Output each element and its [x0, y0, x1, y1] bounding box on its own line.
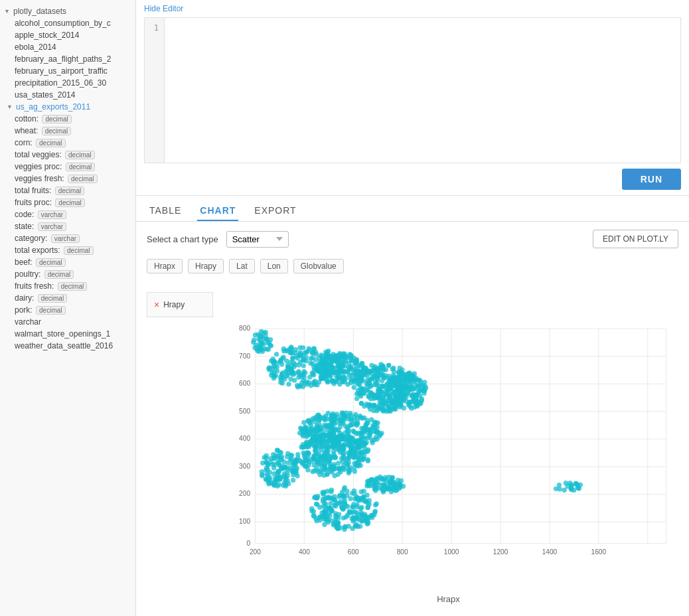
svg-point-1284	[302, 454, 307, 459]
sidebar-item-usa-states[interactable]: usa_states_2014	[0, 89, 135, 101]
svg-point-1277	[353, 451, 358, 455]
svg-point-1544	[354, 510, 359, 515]
svg-text:300: 300	[239, 463, 250, 470]
code-input[interactable]	[165, 18, 680, 163]
sidebar-item-us-ag[interactable]: ▼ us_ag_exports_2011	[0, 101, 135, 113]
svg-point-1883	[341, 352, 346, 357]
svg-point-1855	[347, 366, 352, 371]
sidebar-item-ebola[interactable]: ebola_2014	[0, 41, 135, 53]
sidebar-link-walmart[interactable]: walmart_store_openings_1	[15, 329, 110, 339]
svg-point-1887	[352, 356, 356, 360]
svg-point-1264	[341, 448, 345, 453]
sidebar-link-usa-states[interactable]: usa_states_2014	[15, 90, 75, 100]
svg-point-1072	[336, 461, 341, 465]
sidebar-item-feb-aa[interactable]: february_aa_flight_paths_2	[0, 53, 135, 65]
svg-point-1596	[348, 510, 353, 514]
svg-point-1393	[268, 470, 272, 475]
svg-point-936	[348, 423, 353, 427]
svg-point-829	[301, 420, 306, 425]
svg-point-1361	[260, 473, 264, 478]
run-button[interactable]: RUN	[622, 169, 681, 190]
svg-point-1388	[275, 484, 279, 489]
svg-point-963	[362, 427, 367, 432]
sidebar-item-apple[interactable]: apple_stock_2014	[0, 29, 135, 41]
tab-export[interactable]: EXPORT	[252, 201, 299, 221]
svg-point-654	[390, 384, 394, 389]
svg-point-1234	[344, 457, 348, 462]
sidebar-link-alcohol[interactable]: alcohol_consumption_by_c	[15, 19, 111, 28]
svg-point-1399	[276, 454, 281, 459]
svg-point-1825	[315, 366, 319, 371]
svg-point-526	[378, 388, 382, 393]
sidebar-link-feb-us[interactable]: february_us_airport_traffic	[15, 66, 108, 76]
sidebar-item-feb-us[interactable]: february_us_airport_traffic	[0, 65, 135, 77]
svg-point-539	[375, 377, 380, 382]
svg-point-1659	[380, 487, 384, 492]
svg-point-535	[372, 403, 376, 408]
svg-point-1582	[352, 491, 357, 496]
field-tag-lon[interactable]: Lon	[260, 259, 288, 273]
svg-point-523	[378, 394, 382, 398]
svg-point-1254	[342, 467, 346, 472]
svg-point-217	[267, 365, 271, 370]
chart-area: × Hrapy	[136, 280, 689, 616]
svg-point-1600	[341, 494, 346, 499]
svg-point-1584	[370, 512, 374, 517]
svg-point-554	[362, 404, 366, 408]
sidebar-child-poultry: poultry: decimal	[0, 268, 135, 280]
svg-point-1884	[335, 360, 340, 365]
sidebar-item-walmart[interactable]: walmart_store_openings_1	[0, 328, 135, 340]
scatter-plot: 0 100 200 300 400 500 600 700 800 200 40…	[218, 285, 678, 593]
sidebar-item-varchar[interactable]: varchar	[0, 316, 135, 328]
svg-point-1339	[281, 483, 285, 487]
svg-point-244	[301, 378, 305, 382]
sidebar-link-apple[interactable]: apple_stock_2014	[15, 31, 79, 40]
svg-text:1200: 1200	[493, 548, 508, 556]
sidebar-item-weather[interactable]: weather_data_seattle_2016	[0, 340, 135, 352]
field-tag-globvalue[interactable]: Globvalue	[293, 259, 344, 273]
svg-point-75	[259, 329, 264, 334]
chart-type-select[interactable]: Scatter Line Bar Histogram Box	[226, 231, 289, 248]
field-tag-hrapx[interactable]: Hrapx	[147, 259, 183, 273]
svg-point-1674	[377, 482, 382, 487]
svg-point-1274	[311, 455, 316, 460]
sidebar-root-plotly-datasets[interactable]: ▼ plotly_datasets	[0, 5, 135, 17]
svg-point-1592	[322, 501, 327, 505]
svg-point-1683	[375, 477, 380, 481]
field-tag-hrapy[interactable]: Hrapy	[188, 259, 224, 273]
sidebar-root-label: plotly_datasets	[13, 7, 66, 16]
svg-point-1605	[336, 501, 341, 506]
sidebar-link-weather[interactable]: weather_data_seattle_2016	[15, 341, 113, 350]
svg-point-917	[317, 422, 321, 427]
svg-point-1285	[357, 457, 362, 461]
sidebar-link-precip[interactable]: precipitation_2015_06_30	[15, 78, 106, 88]
svg-point-695	[391, 400, 396, 404]
svg-point-1872	[323, 360, 327, 364]
svg-point-1403	[278, 474, 283, 479]
svg-point-1516	[326, 520, 331, 524]
svg-point-994	[301, 429, 306, 434]
svg-point-1282	[346, 451, 350, 455]
svg-point-515	[358, 386, 362, 390]
sidebar-link-varchar[interactable]: varchar	[15, 317, 41, 327]
scatter-container: 0 100 200 300 400 500 600 700 800 200 40…	[218, 285, 678, 605]
svg-point-1886	[329, 354, 334, 358]
hide-editor-link[interactable]: Hide Editor	[144, 4, 183, 13]
svg-point-1401	[271, 465, 276, 470]
svg-point-1881	[334, 379, 339, 384]
sidebar-link-ebola[interactable]: ebola_2014	[15, 42, 56, 52]
svg-point-1366	[264, 465, 269, 470]
svg-point-1445	[361, 489, 366, 493]
svg-point-1601	[327, 496, 331, 501]
sidebar-item-alcohol[interactable]: alcohol_consumption_by_c	[0, 17, 135, 29]
svg-point-1890	[343, 364, 347, 368]
sidebar-item-precip[interactable]: precipitation_2015_06_30	[0, 77, 135, 89]
tab-chart[interactable]: CHART	[197, 201, 238, 221]
field-tag-lat[interactable]: Lat	[229, 259, 255, 273]
tab-table[interactable]: TABLE	[147, 201, 184, 221]
sidebar-link-feb-aa[interactable]: february_aa_flight_paths_2	[15, 54, 111, 64]
edit-on-plotly-button[interactable]: EDIT ON PLOT.LY	[593, 230, 678, 248]
svg-point-1269	[320, 437, 325, 441]
svg-point-1604	[329, 489, 333, 494]
sidebar-link-us-ag[interactable]: us_ag_exports_2011	[16, 102, 90, 112]
